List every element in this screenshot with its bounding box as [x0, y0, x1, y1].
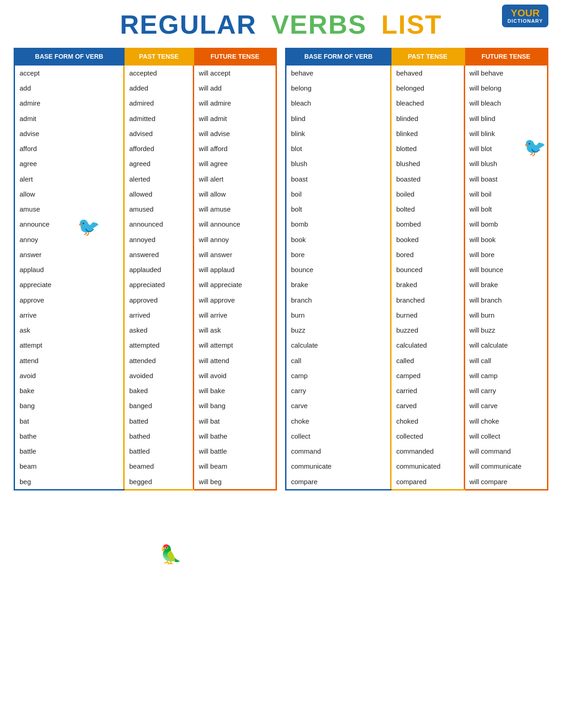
- table-cell: will compare: [464, 474, 547, 490]
- table-cell: will collect: [464, 429, 547, 444]
- table-row: bookbookedwill book: [286, 232, 548, 247]
- table-cell: blot: [286, 141, 391, 156]
- table-row: acceptacceptedwill accept: [15, 65, 276, 81]
- table-row: bouncebouncedwill bounce: [286, 262, 548, 277]
- table-cell: will admit: [194, 111, 276, 126]
- table-row: batbattedwill bat: [15, 414, 276, 429]
- table-cell: bomb: [286, 217, 391, 232]
- table-cell: announce: [15, 217, 124, 232]
- table-row: blotblottedwill blot: [286, 141, 548, 156]
- table-cell: will bathe: [194, 429, 276, 444]
- table-row: approveapprovedwill approve: [15, 293, 276, 308]
- table-cell: called: [391, 353, 464, 368]
- table-row: boilboiledwill boil: [286, 187, 548, 202]
- table-cell: will ask: [194, 323, 276, 338]
- table-cell: choked: [391, 414, 464, 429]
- table-row: carvecarvedwill carve: [286, 398, 548, 413]
- table-cell: will blot: [464, 141, 547, 156]
- table-cell: annoy: [15, 232, 124, 247]
- table-cell: behave: [286, 65, 391, 81]
- table-row: collectcollectedwill collect: [286, 429, 548, 444]
- table-row: calculatecalculatedwill calculate: [286, 338, 548, 353]
- table-cell: battled: [124, 444, 194, 459]
- table-row: burnburnedwill burn: [286, 308, 548, 323]
- table-cell: will boast: [464, 172, 547, 187]
- table-cell: calculate: [286, 338, 391, 353]
- table-cell: will afford: [194, 141, 276, 156]
- table-cell: braked: [391, 277, 464, 292]
- table-cell: blinded: [391, 111, 464, 126]
- table-cell: alert: [15, 172, 124, 187]
- table-cell: calculated: [391, 338, 464, 353]
- table-cell: commanded: [391, 444, 464, 459]
- table-cell: bleach: [286, 96, 391, 111]
- table-cell: will call: [464, 353, 547, 368]
- table-cell: appreciated: [124, 277, 194, 292]
- table-cell: will bomb: [464, 217, 547, 232]
- table-cell: applauded: [124, 262, 194, 277]
- table-cell: boil: [286, 187, 391, 202]
- table-cell: burned: [391, 308, 464, 323]
- table-cell: admitted: [124, 111, 194, 126]
- table-cell: batted: [124, 414, 194, 429]
- table-row: agreeagreedwill agree: [15, 156, 276, 171]
- table-cell: bathed: [124, 429, 194, 444]
- table-row: buzzbuzzedwill buzz: [286, 323, 548, 338]
- table-cell: will attend: [194, 353, 276, 368]
- table-cell: attempt: [15, 338, 124, 353]
- table-row: communicatecommunicatedwill communicate: [286, 459, 548, 474]
- table-row: blinkblinkedwill blink: [286, 126, 548, 141]
- table-cell: applaud: [15, 262, 124, 277]
- table-cell: will applaud: [194, 262, 276, 277]
- table-cell: arrived: [124, 308, 194, 323]
- table-cell: will blind: [464, 111, 547, 126]
- table-cell: will arrive: [194, 308, 276, 323]
- table-row: battlebattledwill battle: [15, 444, 276, 459]
- table-cell: attend: [15, 353, 124, 368]
- table-cell: call: [286, 353, 391, 368]
- table-row: boreboredwill bore: [286, 247, 548, 262]
- table-row: comparecomparedwill compare: [286, 474, 548, 490]
- table-row: commandcommandedwill command: [286, 444, 548, 459]
- table-cell: branch: [286, 293, 391, 308]
- table-cell: bathe: [15, 429, 124, 444]
- table-row: admireadmiredwill admire: [15, 96, 276, 111]
- table-cell: will choke: [464, 414, 547, 429]
- tables-container: BASE FORM OF VERB PAST TENSE FUTURE TENS…: [14, 48, 548, 490]
- left-verb-table: BASE FORM OF VERB PAST TENSE FUTURE TENS…: [14, 48, 277, 490]
- table-cell: will add: [194, 81, 276, 96]
- table-cell: beamed: [124, 459, 194, 474]
- table-cell: boast: [286, 172, 391, 187]
- table-cell: advised: [124, 126, 194, 141]
- table-cell: appreciate: [15, 277, 124, 292]
- table-row: bangbangedwill bang: [15, 398, 276, 413]
- table-cell: compared: [391, 474, 464, 490]
- table-row: bathebathedwill bathe: [15, 429, 276, 444]
- table-cell: allowed: [124, 187, 194, 202]
- right-verb-table: BASE FORM OF VERB PAST TENSE FUTURE TENS…: [285, 48, 548, 490]
- table-row: admitadmittedwill admit: [15, 111, 276, 126]
- table-row: begbeggedwill beg: [15, 474, 276, 490]
- table-cell: approve: [15, 293, 124, 308]
- table-cell: alerted: [124, 172, 194, 187]
- table-cell: announced: [124, 217, 194, 232]
- table-cell: amuse: [15, 202, 124, 217]
- table-cell: buzzed: [391, 323, 464, 338]
- table-row: branchbranchedwill branch: [286, 293, 548, 308]
- table-row: bleachbleachedwill bleach: [286, 96, 548, 111]
- table-cell: behaved: [391, 65, 464, 81]
- table-row: bakebakedwill bake: [15, 383, 276, 398]
- table-row: blushblushedwill blush: [286, 156, 548, 171]
- table-cell: will announce: [194, 217, 276, 232]
- table-cell: carry: [286, 383, 391, 398]
- table-cell: arrive: [15, 308, 124, 323]
- table-cell: will blink: [464, 126, 547, 141]
- table-row: chokechokedwill choke: [286, 414, 548, 429]
- header-past-right: PAST TENSE: [391, 49, 464, 65]
- table-cell: bat: [15, 414, 124, 429]
- table-cell: agree: [15, 156, 124, 171]
- table-cell: communicate: [286, 459, 391, 474]
- table-cell: collect: [286, 429, 391, 444]
- table-cell: will buzz: [464, 323, 547, 338]
- table-row: carrycarriedwill carry: [286, 383, 548, 398]
